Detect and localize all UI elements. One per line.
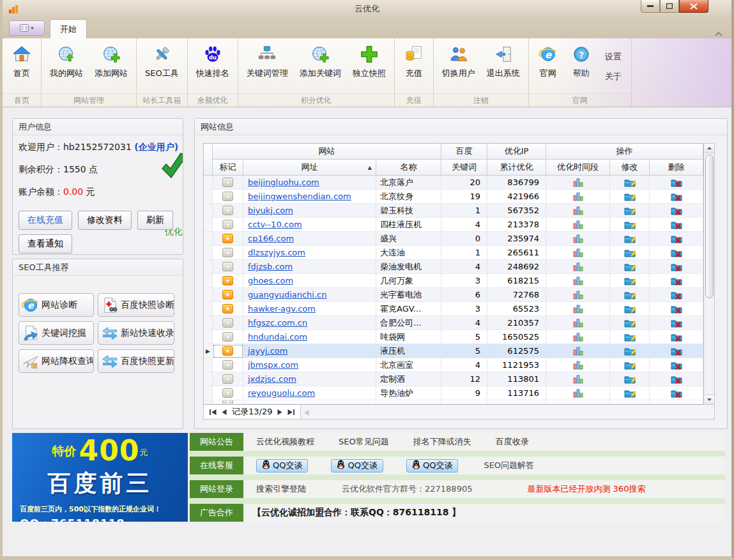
delete-icon[interactable] — [671, 374, 682, 384]
qq-chat-button-0[interactable]: QQ交谈 — [256, 459, 308, 473]
row-mark-cell[interactable]: ★ — [213, 330, 243, 344]
bar-chart-icon[interactable] — [573, 333, 583, 342]
ribbon-button-5-0[interactable]: 充值 — [397, 40, 431, 93]
edit-icon[interactable] — [624, 178, 636, 188]
bar-chart-icon[interactable] — [573, 234, 583, 243]
bar-chart-icon[interactable] — [573, 291, 583, 299]
edit-icon[interactable] — [624, 332, 636, 342]
pager-next-button[interactable] — [277, 409, 282, 415]
site-url-link[interactable]: cp166.com — [248, 234, 294, 243]
star-icon[interactable]: ★ — [222, 192, 233, 201]
table-row[interactable]: ★hfgszc.com.cn合肥公司...4210357 — [204, 316, 703, 330]
star-icon[interactable]: ★ — [222, 262, 233, 271]
header-name[interactable]: 名称 — [376, 160, 441, 176]
delete-icon[interactable] — [671, 248, 682, 258]
site-url-link[interactable]: biyukj.com — [248, 206, 293, 215]
ribbon-button-7-1[interactable]: ?帮助 — [565, 40, 598, 93]
star-icon[interactable]: ★ — [222, 360, 233, 370]
edit-icon[interactable] — [624, 360, 636, 370]
edit-icon[interactable] — [624, 206, 636, 216]
edit-icon[interactable] — [624, 290, 636, 300]
table-row[interactable]: ★guangyudianchi.cn光宇蓄电池672768 — [204, 288, 703, 302]
table-row[interactable]: ★dlzszyjys.com大连油1265611 — [204, 246, 703, 260]
pager-scroll-left-icon[interactable] — [304, 406, 309, 418]
delete-icon[interactable] — [671, 318, 682, 328]
bar-chart-icon[interactable] — [573, 305, 583, 314]
qq-chat-button-1[interactable]: QQ交谈 — [331, 459, 383, 473]
site-url-link[interactable]: hndundai.com — [248, 332, 307, 342]
site-url-link[interactable]: beijingwenshendian.com — [248, 192, 351, 201]
ribbon-button-1-1[interactable]: 添加网站 — [89, 40, 134, 93]
sort-asc-icon[interactable]: ▲ — [368, 165, 372, 170]
delete-icon[interactable] — [671, 178, 682, 188]
header-group-ip[interactable]: 优化IP — [487, 144, 546, 160]
site-url-link[interactable]: beijingluohu.com — [248, 178, 319, 187]
delete-icon[interactable] — [671, 276, 682, 286]
ribbon-button-7-0[interactable]: e官网 — [531, 40, 565, 93]
bar-chart-icon[interactable] — [573, 206, 583, 215]
header-group-baidu[interactable]: 百度 — [441, 144, 487, 160]
qq-chat-button-2[interactable]: QQ交谈 — [406, 459, 458, 473]
header-period[interactable]: 优化时间段 — [546, 160, 610, 176]
header-group-site[interactable]: 网站 — [213, 144, 441, 160]
pager-first-button[interactable] — [210, 409, 217, 415]
refresh-button[interactable]: 刷新 — [137, 211, 173, 230]
announce-link-3[interactable]: 百度收录 — [496, 436, 529, 448]
tab-start[interactable]: 开始 — [50, 19, 87, 38]
scroll-up-icon[interactable] — [705, 144, 714, 153]
star-icon[interactable]: ★ — [222, 178, 233, 187]
edit-icon[interactable] — [624, 234, 636, 244]
online-recharge-button[interactable]: 在线充值 — [19, 211, 72, 230]
site-url-link[interactable]: hawker-agv.com — [248, 304, 316, 314]
star-icon[interactable]: ★ — [222, 304, 233, 314]
table-row[interactable]: ★reyouguolu.com导热油炉9113716 — [204, 386, 703, 400]
bar-chart-icon[interactable] — [573, 319, 583, 328]
ribbon-button-6-1[interactable]: 退出系统 — [481, 40, 526, 93]
title-bar[interactable]: 云优化 — [3, 0, 731, 18]
row-mark-cell[interactable]: ★ — [213, 260, 243, 274]
site-url-link[interactable]: hfgszc.com.cn — [248, 318, 307, 328]
delete-icon[interactable] — [671, 262, 682, 272]
pager-last-button[interactable] — [287, 409, 294, 415]
seo-tool-button-4[interactable]: 网站降权查询 — [19, 349, 94, 373]
seo-tool-button-1[interactable]: 百度快照诊断 — [98, 293, 174, 317]
delete-icon[interactable] — [671, 290, 682, 300]
table-row[interactable]: ★ghoes.com几何万象3618215 — [204, 274, 703, 288]
delete-icon[interactable] — [671, 332, 682, 342]
delete-icon[interactable] — [671, 388, 682, 398]
delete-icon[interactable] — [671, 234, 682, 244]
scroll-down-icon[interactable] — [705, 395, 714, 404]
header-mark[interactable]: 标记 — [213, 160, 243, 176]
header-url[interactable]: 网址▲ — [243, 160, 376, 176]
bar-chart-icon[interactable] — [573, 220, 583, 229]
header-delete[interactable]: 删除 — [650, 160, 703, 176]
bar-chart-icon[interactable] — [573, 347, 583, 356]
announce-link-0[interactable]: 云优化视频教程 — [256, 436, 314, 448]
site-url-link[interactable]: jxdzjsc.com — [248, 374, 296, 384]
scrollbar-thumb[interactable] — [705, 155, 714, 298]
edit-icon[interactable] — [624, 388, 636, 398]
bar-chart-icon[interactable] — [573, 389, 583, 398]
edit-icon[interactable] — [624, 248, 636, 258]
minimize-button[interactable] — [641, 0, 660, 13]
ribbon-button-2-0[interactable]: SEO工具 — [139, 40, 185, 93]
maximize-button[interactable] — [660, 0, 679, 13]
delete-icon[interactable] — [671, 192, 682, 202]
view-notices-button[interactable]: 查看通知 — [19, 234, 72, 254]
row-mark-cell[interactable]: ★ — [213, 316, 243, 330]
delete-icon[interactable] — [671, 220, 682, 230]
table-row[interactable]: ★cp166.com盛兴0235974 — [204, 232, 703, 246]
ribbon-button-1-0[interactable]: 我的网站 — [44, 40, 89, 93]
row-mark-cell[interactable]: ★ — [213, 176, 243, 190]
table-row[interactable]: ★hawker-agv.com霍克AGV...365523 — [204, 302, 703, 316]
bar-chart-icon[interactable] — [573, 375, 583, 384]
table-row[interactable]: ★beijingwenshendian.com北京纹身19421966 — [204, 190, 703, 204]
edit-icon[interactable] — [624, 220, 636, 230]
header-keywords[interactable]: 关键词 — [441, 160, 487, 176]
star-icon[interactable]: ★ — [222, 220, 233, 229]
edit-icon[interactable] — [624, 276, 636, 286]
seo-tool-button-0[interactable]: e网站诊断 — [19, 293, 94, 317]
search-engine-login-link[interactable]: 搜索引擎登陆 — [256, 483, 306, 495]
site-url-link[interactable]: jayyj.com — [248, 346, 287, 356]
seo-tool-button-3[interactable]: 新站快速收录 — [98, 321, 174, 345]
